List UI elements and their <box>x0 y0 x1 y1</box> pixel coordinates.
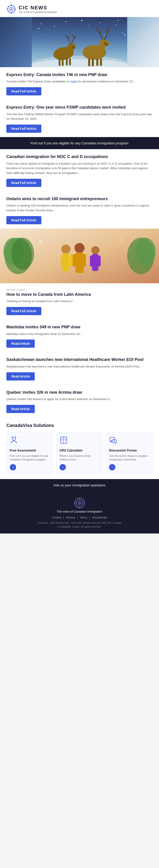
solution-desc-assessment: Find out if you are eligible for any Can… <box>10 454 50 461</box>
crs-arrow[interactable]: → <box>59 464 66 470</box>
svg-point-13 <box>100 22 101 23</box>
article-title-7: Saskatchewan launches new International … <box>6 357 153 362</box>
article-excerpt-2: The last time Federal Skilled Worker Pro… <box>6 112 153 122</box>
canadavisa-title: CanadaVisa Solutions <box>6 423 153 428</box>
svg-point-83 <box>39 241 43 244</box>
ask-banner[interactable]: Ask us your immigration questions <box>0 479 159 491</box>
svg-point-70 <box>135 238 156 265</box>
article-card-8: Quebec invites 326 in new Arrima draw Qu… <box>0 385 159 417</box>
forum-arrow[interactable]: → <box>109 464 115 470</box>
solution-name-crs: CRS Calculator <box>59 448 100 452</box>
read-btn-3[interactable]: Read Full Article <box>6 179 41 187</box>
solution-card-forum[interactable]: Discussion Forum Join the world's larges… <box>106 432 153 474</box>
read-btn-6[interactable]: Read Article <box>6 340 35 348</box>
article-card-7: Saskatchewan launches new International … <box>0 352 159 384</box>
sponsor-card-5: Sponsor Content How to move to Canada fr… <box>0 228 159 319</box>
svg-point-84 <box>119 239 122 241</box>
article-card-6: Manitoba invites 349 in new PNP draw Man… <box>0 319 159 352</box>
svg-rect-56 <box>100 59 102 66</box>
article-excerpt-3: There are many options to immigrate to C… <box>6 161 153 176</box>
svg-line-87 <box>15 436 16 437</box>
svg-rect-80 <box>92 254 98 271</box>
footer-link-about[interactable]: About <box>80 516 87 519</box>
article-link-1[interactable]: apply <box>70 80 77 83</box>
article-title-8: Quebec invites 326 in new Arrima draw <box>6 390 153 395</box>
solution-name-assessment: Free Assessment <box>10 448 50 452</box>
article-card-4: Ontario aims to recruit 100 immigrant en… <box>0 191 159 228</box>
footer-tagline: The voice of Canadian immigration <box>57 510 103 513</box>
cta-banner[interactable]: Find out if you are eligible for any Can… <box>0 137 159 149</box>
svg-rect-36 <box>66 59 68 65</box>
read-btn-8[interactable]: Read Article <box>6 405 35 413</box>
read-btn-7[interactable]: Read Article <box>6 372 35 380</box>
assessment-icon <box>10 436 50 446</box>
read-btn-2[interactable]: Read Full Article <box>6 125 41 133</box>
svg-point-41 <box>99 40 109 47</box>
svg-point-12 <box>77 28 78 29</box>
footer-link-privacy[interactable]: Privacy <box>66 516 75 519</box>
logo-text: CIC NEWS The voice of Canadian immigrati… <box>18 5 57 13</box>
svg-rect-81 <box>90 255 93 267</box>
sponsor-image-5 <box>0 228 159 283</box>
read-btn-5[interactable]: Read Full Article <box>6 307 41 315</box>
footer-logo-icon <box>74 498 85 508</box>
svg-rect-35 <box>62 59 64 66</box>
read-btn-4[interactable]: Read Full Article <box>6 216 41 224</box>
svg-point-64 <box>124 35 126 36</box>
footer-address: CICNews, 1303 Greene Ave., Suite 200, We… <box>6 521 153 529</box>
article-title-2: Express Entry: One year since FSWP candi… <box>6 105 153 110</box>
svg-point-20 <box>122 33 123 33</box>
assessment-arrow[interactable]: → <box>10 464 16 470</box>
svg-point-18 <box>88 25 89 26</box>
svg-point-19 <box>59 37 59 38</box>
svg-point-75 <box>75 243 84 253</box>
svg-point-14 <box>111 29 112 30</box>
svg-point-68 <box>11 238 34 270</box>
article-excerpt-4: Ontario is seeking 100 immigrant entrepr… <box>6 203 153 213</box>
article-card-1: Express Entry: Canada invites 746 in new… <box>0 67 159 100</box>
svg-text:+: + <box>62 440 63 442</box>
solution-card-crs[interactable]: + ÷ CRS Calculator What is your Express … <box>56 432 103 474</box>
article-card-3: Canadian immigration for NOC C and D occ… <box>0 149 159 191</box>
svg-point-60 <box>38 28 39 29</box>
footer-link-unsubscribe[interactable]: Unsubscribe <box>92 516 107 519</box>
svg-point-11 <box>66 21 66 22</box>
svg-rect-78 <box>82 254 86 267</box>
svg-point-101 <box>79 502 80 503</box>
svg-line-88 <box>16 436 16 437</box>
article-excerpt-5: Thinking of moving to Canada from Latin … <box>6 299 153 304</box>
article-excerpt-7: Saskatchewan has launched a new Internat… <box>6 364 153 369</box>
svg-rect-77 <box>73 254 76 267</box>
svg-point-71 <box>61 245 70 254</box>
svg-point-59 <box>105 42 106 42</box>
article-card-2: Express Entry: One year since FSWP candi… <box>0 100 159 137</box>
article-excerpt-1: Canada invited 746 Express Entry candida… <box>6 79 153 84</box>
svg-rect-96 <box>110 437 115 441</box>
logo-title: CIC NEWS <box>18 5 57 11</box>
article-title-5: How to move to Canada from Latin America <box>6 292 153 297</box>
solutions-grid: Free Assessment Find out if you are elig… <box>6 432 153 474</box>
read-btn-1[interactable]: Read Full Article <box>6 87 41 95</box>
latin-america-illustration <box>0 228 159 283</box>
svg-line-89 <box>12 436 13 437</box>
solution-name-forum: Discussion Forum <box>109 448 149 452</box>
article-excerpt-6: Manitoba held a new immigration draw on … <box>6 332 153 337</box>
crs-icon: + ÷ <box>59 436 100 446</box>
svg-point-16 <box>45 40 46 40</box>
article-excerpt-8: Quebec invited 326 workers to apply for … <box>6 397 153 402</box>
svg-point-61 <box>54 26 55 27</box>
article-title-4: Ontario aims to recruit 100 immigrant en… <box>6 196 153 202</box>
footer-address-line2: © Campbell, Cohen. All rights reserved. <box>58 525 102 528</box>
svg-point-62 <box>81 20 82 21</box>
svg-point-57 <box>105 43 108 45</box>
logo-subtitle: The voice of Canadian immigration <box>18 11 57 13</box>
svg-point-17 <box>104 35 105 36</box>
hero-image <box>0 17 159 67</box>
logo-container: CIC NEWS The voice of Canadian immigrati… <box>6 4 153 14</box>
deer-illustration <box>32 17 127 67</box>
svg-rect-34 <box>58 59 61 66</box>
solution-card-assessment[interactable]: Free Assessment Find out if you are elig… <box>6 432 53 474</box>
solution-desc-forum: Join the world's largest Canadian immigr… <box>109 454 149 461</box>
footer-link-contact[interactable]: Contact <box>52 516 61 519</box>
solution-desc-crs: What is your Express Entry ranking score… <box>59 454 100 461</box>
